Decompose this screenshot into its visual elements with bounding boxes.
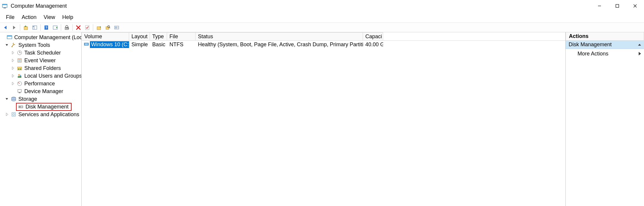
tree-storage[interactable]: Storage xyxy=(0,95,81,103)
menu-view[interactable]: View xyxy=(40,12,59,22)
tree-disk-management-label: Disk Management xyxy=(25,103,69,110)
tree-panel: Computer Management (Local System Tools … xyxy=(0,32,82,206)
titlebar: Computer Management xyxy=(0,0,644,12)
chevron-down-icon[interactable] xyxy=(5,97,9,101)
svg-rect-2 xyxy=(4,8,6,8)
toolbar-separator xyxy=(72,24,73,31)
delete-button[interactable] xyxy=(74,23,83,32)
up-level-button[interactable] xyxy=(22,23,30,32)
back-button[interactable] xyxy=(1,23,9,32)
toolbar-separator xyxy=(20,24,20,31)
svg-marker-59 xyxy=(6,98,8,100)
cell-status: Healthy (System, Boot, Page File, Active… xyxy=(196,41,363,48)
tree-services-label: Services and Applications xyxy=(18,111,80,118)
tree-system-tools-label: System Tools xyxy=(18,42,51,49)
svg-point-51 xyxy=(18,74,20,76)
more-button[interactable] xyxy=(112,23,121,32)
volume-header-row: Volume Layout Type File System Status Ca… xyxy=(82,32,565,41)
chevron-right-icon[interactable] xyxy=(11,58,15,63)
svg-marker-8 xyxy=(13,26,15,29)
properties-button[interactable] xyxy=(83,23,91,32)
tree-services[interactable]: Services and Applications xyxy=(0,111,81,118)
actions-group-header[interactable]: Disk Management xyxy=(566,41,644,49)
search-button[interactable] xyxy=(104,23,112,32)
help-button[interactable]: ? xyxy=(42,23,50,32)
svg-point-62 xyxy=(12,99,16,101)
main-area: Computer Management (Local System Tools … xyxy=(0,32,644,206)
close-button[interactable] xyxy=(626,0,644,12)
col-header-filesystem[interactable]: File System xyxy=(167,32,196,40)
tree-shared-folders[interactable]: Shared Folders xyxy=(0,64,81,72)
volume-panel: Volume Layout Type File System Status Ca… xyxy=(82,32,566,206)
svg-rect-66 xyxy=(12,113,15,116)
col-header-layout[interactable]: Layout xyxy=(129,32,150,40)
collapse-up-icon xyxy=(638,41,641,48)
tree-event-viewer[interactable]: Event Viewer xyxy=(0,57,81,64)
services-icon xyxy=(11,111,17,117)
chevron-down-icon[interactable] xyxy=(5,43,9,47)
minimize-button[interactable] xyxy=(591,0,608,12)
device-icon xyxy=(17,88,23,94)
tree-device-manager[interactable]: Device Manager xyxy=(0,87,81,95)
chevron-right-icon[interactable] xyxy=(5,112,9,117)
window-title: Computer Management xyxy=(11,3,591,9)
col-header-type[interactable]: Type xyxy=(150,32,167,40)
menu-action[interactable]: Action xyxy=(18,12,40,22)
col-header-volume[interactable]: Volume xyxy=(82,32,129,40)
col-header-status[interactable]: Status xyxy=(196,32,363,40)
performance-icon xyxy=(17,81,23,87)
actions-header: Actions xyxy=(566,32,644,41)
clock-icon xyxy=(17,50,23,56)
svg-text:?: ? xyxy=(45,26,47,29)
svg-marker-72 xyxy=(638,44,641,46)
cell-filesystem: NTFS xyxy=(167,41,196,48)
svg-rect-23 xyxy=(85,25,89,30)
refresh-button[interactable] xyxy=(51,23,59,32)
tree-label: Device Manager xyxy=(24,88,64,95)
svg-line-28 xyxy=(109,27,110,28)
actions-panel: Actions Disk Management More Actions xyxy=(566,32,644,206)
add-button[interactable] xyxy=(95,23,103,32)
svg-rect-4 xyxy=(616,4,619,7)
tree-disk-management[interactable]: Disk Management xyxy=(0,103,81,111)
chevron-right-icon[interactable] xyxy=(11,50,15,55)
svg-rect-53 xyxy=(18,76,21,78)
menu-file[interactable]: File xyxy=(2,12,18,22)
action-button[interactable] xyxy=(63,23,71,32)
show-hide-tree-button[interactable] xyxy=(31,23,39,32)
tree-label: Task Scheduler xyxy=(24,49,61,56)
volume-row[interactable]: Windows 10 (C:) Simple Basic NTFS Health… xyxy=(82,41,565,48)
tree-label: Local Users and Groups xyxy=(24,73,82,79)
svg-point-48 xyxy=(18,68,19,70)
disk-icon xyxy=(18,104,24,110)
tree-storage-label: Storage xyxy=(18,96,38,103)
tree-local-users[interactable]: Local Users and Groups xyxy=(0,72,81,80)
svg-marker-54 xyxy=(12,82,14,85)
actions-group-label: Disk Management xyxy=(569,41,612,48)
tree-label: Shared Folders xyxy=(24,65,61,72)
tree-task-scheduler[interactable]: Task Scheduler xyxy=(0,49,81,57)
actions-more[interactable]: More Actions xyxy=(566,49,644,58)
col-header-capacity[interactable]: Capaci xyxy=(363,32,383,40)
svg-rect-36 xyxy=(12,46,12,47)
folder-share-icon xyxy=(17,65,23,71)
forward-button[interactable] xyxy=(10,23,18,32)
chevron-right-icon[interactable] xyxy=(11,66,15,71)
svg-point-49 xyxy=(20,68,21,70)
tree-label: Performance xyxy=(24,80,55,87)
cell-type: Basic xyxy=(150,41,167,48)
tree-label: Event Viewer xyxy=(24,57,56,64)
tree-root[interactable]: Computer Management (Local xyxy=(0,33,81,41)
chevron-right-icon[interactable] xyxy=(11,74,15,78)
chevron-right-icon[interactable] xyxy=(11,81,15,86)
svg-rect-1 xyxy=(2,4,7,5)
svg-rect-9 xyxy=(24,27,28,30)
cell-layout: Simple xyxy=(129,41,150,48)
app-icon xyxy=(2,3,8,9)
tree-system-tools[interactable]: System Tools xyxy=(0,41,81,49)
tree-performance[interactable]: Performance xyxy=(0,80,81,87)
actions-more-label: More Actions xyxy=(578,51,608,57)
menu-help[interactable]: Help xyxy=(59,12,77,22)
maximize-button[interactable] xyxy=(608,0,626,12)
toolbar-separator xyxy=(61,24,61,31)
